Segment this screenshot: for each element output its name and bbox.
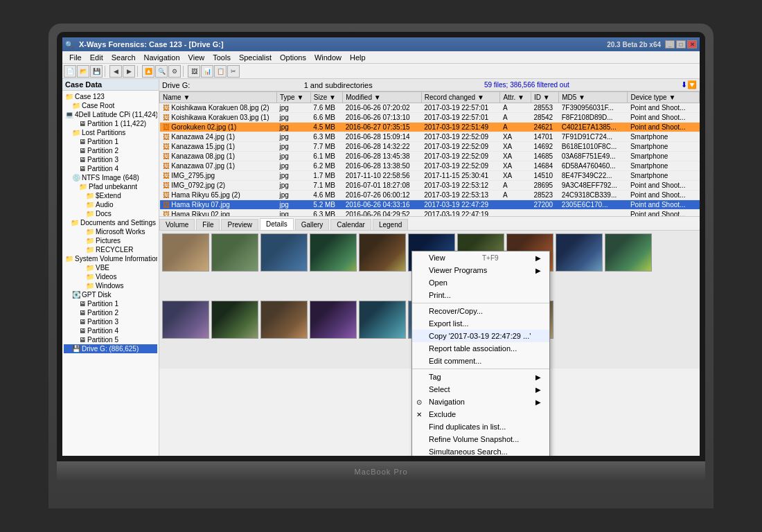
tree-item-lp4[interactable]: 🖥 Partition 4 [64, 164, 157, 173]
menu-window[interactable]: Window [310, 51, 346, 63]
thumbnail-item[interactable] [211, 301, 258, 339]
ctx-item-recover-copy---[interactable]: Recover/Copy... [412, 305, 549, 317]
col-modified[interactable]: Modified ▼ [343, 92, 422, 103]
tree-item-mworks[interactable]: 📁 Microsoft Works [64, 227, 157, 236]
tree-item-gptdisk[interactable]: 💽 GPT Disk [64, 290, 157, 299]
ctx-item-select[interactable]: Select▶ [412, 383, 549, 396]
tree-item-videos[interactable]: 📁 Videos [64, 272, 157, 281]
tb-img1[interactable]: 🖼 [188, 65, 200, 78]
ctx-item-navigation[interactable]: ⊙Navigation▶ [412, 396, 549, 408]
thumbnail-item[interactable] [556, 233, 603, 272]
tree-item-pictures[interactable]: 📁 Pictures [64, 236, 157, 245]
tree-item-gp1[interactable]: 🖥 Partition 1 [64, 299, 157, 308]
tb-open[interactable]: 📂 [77, 65, 89, 78]
table-row[interactable]: 🖼 Gorokuken 02.jpg (1) jpg 4.5 MB 2016-0… [160, 123, 700, 132]
ctx-item-copy--2017-03-19--22-47-29-----[interactable]: Copy '2017-03-19 22:47:29 ...' [412, 330, 549, 342]
menu-tools[interactable]: Tools [209, 51, 235, 63]
minimize-button[interactable]: _ [665, 40, 675, 48]
thumbnail-item[interactable] [260, 301, 308, 339]
tree-item-dell[interactable]: 💻 4Dell Latitude CPi (11,424) [64, 110, 157, 119]
table-row[interactable]: 🖼 Koishikawa Korakuen 08.jpg (2) jpg 7.6… [160, 103, 700, 113]
menu-file[interactable]: File [65, 51, 86, 63]
table-row[interactable]: 🖼 Kanazawa 07.jpg (1) jpg 6.2 MB 2016-06… [160, 161, 700, 171]
col-id[interactable]: ID ▼ [531, 92, 558, 103]
table-row[interactable]: 🖼 IMG_2795.jpg jpg 1.7 MB 2017-11-10 22:… [160, 171, 700, 181]
ctx-item-open[interactable]: Open [412, 276, 549, 289]
table-row[interactable]: 🖼 Kanazawa 08.jpg (1) jpg 6.1 MB 2016-06… [160, 152, 700, 161]
tree-item-lp1[interactable]: 🖥 Partition 1 [64, 137, 157, 146]
thumbnail-item[interactable] [162, 233, 209, 272]
thumbnail-item[interactable] [211, 233, 258, 272]
tab-calendar[interactable]: Calendar [330, 219, 371, 230]
menu-navigation[interactable]: Navigation [140, 51, 184, 63]
tab-details[interactable]: Details [260, 218, 294, 230]
ctx-item-export-list---[interactable]: Export list... [412, 317, 549, 330]
table-row[interactable]: 🖼 Kanazawa 15.jpg (1) jpg 7.7 MB 2016-06… [160, 142, 700, 152]
tb-new[interactable]: 📄 [64, 65, 76, 78]
table-row[interactable]: 🖼 IMG_0792.jpg (2) jpg 7.1 MB 2016-07-01… [160, 181, 700, 190]
col-type[interactable]: Type ▼ [276, 92, 310, 103]
tree-item-windows[interactable]: 📁 Windows [64, 281, 157, 290]
thumbnail-item[interactable] [162, 301, 209, 339]
tb-img2[interactable]: 📊 [201, 65, 213, 78]
menu-options[interactable]: Options [276, 51, 310, 63]
ctx-item-find-duplicates-in-list---[interactable]: Find duplicates in list... [412, 420, 549, 433]
thumbnail-item[interactable] [605, 233, 652, 272]
tree-item-docsett[interactable]: 📁 Documents and Settings [64, 218, 157, 227]
tree-item-gp2[interactable]: 🖥 Partition 2 [64, 308, 157, 317]
tree-item-lp3[interactable]: 🖥 Partition 3 [64, 155, 157, 164]
col-name[interactable]: Name ▼ [160, 92, 277, 103]
tb-img3[interactable]: 📋 [214, 65, 227, 78]
tree-item-part1[interactable]: 🖥 Partition 1 (11,422) [64, 119, 157, 128]
tree-item-gp4[interactable]: 🖥 Partition 4 [64, 326, 157, 335]
col-device-type[interactable]: Device type ▼ [628, 92, 700, 103]
ctx-item-view[interactable]: ViewT+F9▶ [412, 251, 549, 264]
tb-filter[interactable]: ⚙ [168, 65, 181, 78]
tab-gallery[interactable]: Gallery [295, 219, 330, 230]
tree-item-vbe[interactable]: 📁 VBE [64, 263, 157, 272]
thumbnail-item[interactable] [359, 233, 406, 272]
tree-item-pfadunb[interactable]: 📁 Pfad unbekannt [64, 182, 157, 191]
tree-item-sextend[interactable]: 📁 $Extend [64, 191, 157, 200]
col-record-changed[interactable]: Record changed ▼ [421, 92, 500, 103]
tb-back[interactable]: ◀ [109, 65, 122, 78]
thumbnail-item[interactable] [260, 233, 308, 272]
tb-img4[interactable]: ✂ [227, 65, 240, 78]
ctx-item-refine-volume-snapshot---[interactable]: Refine Volume Snapshot... [412, 433, 549, 445]
tab-volume[interactable]: Volume [159, 219, 195, 230]
menu-help[interactable]: Help [346, 51, 370, 63]
tree-item-gp5[interactable]: 🖥 Partition 5 [64, 335, 157, 344]
ctx-item-viewer-programs[interactable]: Viewer Programs▶ [412, 264, 549, 276]
tree-item-docs[interactable]: 📁 Docs [64, 209, 157, 218]
menu-view[interactable]: View [184, 51, 209, 63]
thumbnail-item[interactable] [310, 233, 357, 272]
tab-file[interactable]: File [196, 219, 220, 230]
tree-item-audio[interactable]: 📁 Audio [64, 200, 157, 209]
ctx-item-report-table-association---[interactable]: Report table association... [412, 342, 549, 355]
thumbnail-item[interactable] [310, 301, 357, 339]
tb-search[interactable]: 🔍 [155, 65, 168, 78]
filter-icon[interactable]: ⬇🔽 [681, 80, 697, 89]
table-row[interactable]: 🖼 Koishikawa Korakuen 03.jpg (1) jpg 6.6… [160, 113, 700, 123]
col-attr[interactable]: Attr. ▼ [500, 92, 531, 103]
close-button[interactable]: ✕ [687, 40, 697, 48]
tree-item-lostpart[interactable]: 📁 Lost Partitions [64, 128, 157, 137]
ctx-item-edit-comment---[interactable]: Edit comment... [412, 355, 549, 367]
tb-save[interactable]: 💾 [90, 65, 103, 78]
maximize-button[interactable]: □ [676, 40, 686, 48]
ctx-item-tag[interactable]: Tag▶ [412, 371, 549, 383]
tree-item-gp3[interactable]: 🖥 Partition 3 [64, 317, 157, 326]
table-row[interactable]: 🖼 Hama Rikyu 02.jpg jpg 6.3 MB 2016-06-2… [160, 210, 700, 217]
ctx-item-print---[interactable]: Print... [412, 289, 549, 301]
table-row[interactable]: 🖼 Hama Rikyu 65.jpg (2) jpg 4.6 MB 2016-… [160, 190, 700, 200]
col-size[interactable]: Size ▼ [310, 92, 342, 103]
col-md5[interactable]: MD5 ▼ [559, 92, 628, 103]
tree-item-ntfs[interactable]: 💿 NTFS Image (648) [64, 173, 157, 182]
tab-legend[interactable]: Legend [373, 219, 408, 230]
table-row[interactable]: 🖼 Kanazawa 24.jpg (1) jpg 6.3 MB 2016-06… [160, 132, 700, 142]
tree-item-lp2[interactable]: 🖥 Partition 2 [64, 146, 157, 155]
tree-item-sysvolinfo[interactable]: 📁 System Volume Information [64, 254, 157, 263]
tree-item-caseroot[interactable]: 📁 Case Root [64, 101, 157, 110]
tree-item-recycler[interactable]: 📁 RECYCLER [64, 245, 157, 254]
tree-item-driveg[interactable]: 💾 Drive G: (886,625) [64, 344, 157, 353]
